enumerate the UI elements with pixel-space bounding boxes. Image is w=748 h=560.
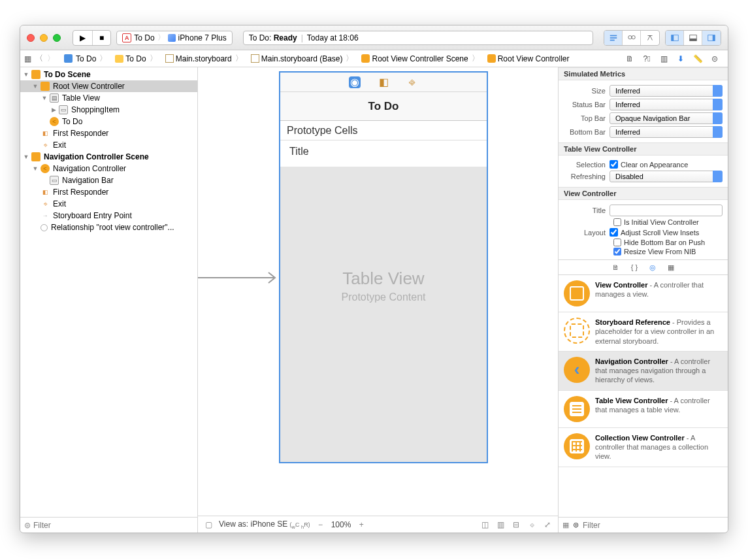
resolve-button[interactable]: ⟐ xyxy=(527,520,537,529)
library-filter-input[interactable] xyxy=(583,521,724,530)
scene-1[interactable]: ▼To Do Scene xyxy=(20,69,197,80)
xcode-window: ▶ ■ A To Do 〉 iPhone 7 Plus To Do: Ready… xyxy=(20,25,728,533)
embed-in-button[interactable]: ◫ xyxy=(480,520,490,529)
lib-storyboard-ref[interactable]: Storyboard Reference - Provides a placeh… xyxy=(559,312,728,352)
entry-point[interactable]: →Storyboard Entry Point xyxy=(20,210,197,222)
zoom-button[interactable] xyxy=(53,34,61,42)
minimize-button[interactable] xyxy=(40,34,48,42)
filter-icon[interactable]: ⊜ xyxy=(573,521,579,529)
identity-inspector-tab[interactable]: ▥ xyxy=(659,54,669,63)
initial-vc-checkbox[interactable] xyxy=(613,218,621,226)
crumb-storyboard[interactable]: Main.storyboard〉 xyxy=(163,52,246,65)
size-inspector-tab[interactable]: 📏 xyxy=(692,54,703,63)
svg-point-4 xyxy=(632,35,635,39)
scene-2[interactable]: ▼Navigation Controller Scene xyxy=(20,151,197,163)
scene-dock: ◉ ◧ ⎆ xyxy=(280,73,487,92)
device-frame[interactable]: ◉ ◧ ⎆ To Do Prototype Cells Title Table … xyxy=(279,71,488,463)
exit-dock-icon[interactable]: ⎆ xyxy=(406,76,418,88)
clear-on-appearance-checkbox[interactable] xyxy=(610,160,618,169)
folder-icon xyxy=(115,55,123,63)
toggle-debug-button[interactable] xyxy=(684,31,702,45)
first-responder-2[interactable]: ◧First Responder xyxy=(20,186,197,198)
scheme-selector[interactable]: A To Do 〉 iPhone 7 Plus xyxy=(116,31,232,45)
file-template-tab[interactable]: 🗎 xyxy=(612,263,619,271)
connections-inspector-tab[interactable]: ⊝ xyxy=(709,54,720,63)
view-as-label[interactable]: View as: iPhone SE (wC hR) xyxy=(219,519,310,530)
quickhelp-tab[interactable]: ?⃝ xyxy=(642,54,652,63)
refreshing-select[interactable]: Disabled xyxy=(610,171,723,182)
status-time: Today at 18:06 xyxy=(307,33,359,42)
selection-label: Selection xyxy=(564,161,610,169)
device-config-icon[interactable]: ▢ xyxy=(203,520,214,529)
table-view[interactable]: ▼▤Table View xyxy=(20,92,197,104)
lib-navigation-controller[interactable]: Navigation Controller - A controller tha… xyxy=(559,352,728,391)
topbar-select[interactable]: Opaque Navigation Bar xyxy=(610,112,723,124)
toggle-navigator-button[interactable] xyxy=(666,31,684,45)
activity-view: To Do: Ready | Today at 18:06 xyxy=(243,31,593,45)
adjust-insets-checkbox[interactable] xyxy=(610,228,618,237)
toggle-utilities-button[interactable] xyxy=(702,31,721,45)
back-button[interactable]: 〈 xyxy=(35,53,43,64)
pin-button[interactable]: ⊟ xyxy=(511,520,521,529)
nav-item[interactable]: <To Do xyxy=(20,116,197,127)
forward-button[interactable]: 〉 xyxy=(47,53,55,64)
lib-table-view-controller[interactable]: Table View Controller - A controller tha… xyxy=(559,391,728,428)
cell-title[interactable]: Title xyxy=(280,140,487,167)
zoom-in-button[interactable]: + xyxy=(356,520,366,529)
root-view-controller[interactable]: ▼Root View Controller xyxy=(20,80,197,92)
tvc-header: Table View Controller xyxy=(559,142,728,156)
media-library-tab[interactable]: ▦ xyxy=(668,263,674,272)
crumb-base[interactable]: Main.storyboard (Base)〉 xyxy=(248,52,357,65)
resize-button[interactable]: ⤢ xyxy=(542,520,553,529)
crumb-project[interactable]: To Do〉 xyxy=(61,52,110,65)
align-button[interactable]: ▥ xyxy=(495,520,506,529)
responder-dock-icon[interactable]: ◧ xyxy=(378,76,389,88)
relationship[interactable]: Relationship "root view controller"... xyxy=(20,222,197,233)
attributes-inspector-tab[interactable]: ⬇ xyxy=(675,54,686,63)
size-label: Size xyxy=(564,87,610,95)
controller-icon xyxy=(487,54,496,63)
vc-header: View Controller xyxy=(559,187,728,200)
crumb-group[interactable]: To Do〉 xyxy=(112,52,159,65)
object-library-tab[interactable]: ◎ xyxy=(649,263,656,272)
svg-rect-6 xyxy=(671,35,674,41)
first-responder-1[interactable]: ◧First Responder xyxy=(20,127,197,139)
cell-shoppingitem[interactable]: ▶▭ShoppingItem xyxy=(20,104,197,116)
storyboard-canvas[interactable]: ◉ ◧ ⎆ To Do Prototype Cells Title Table … xyxy=(198,67,558,516)
hide-bottombar-checkbox[interactable] xyxy=(613,239,621,246)
close-button[interactable] xyxy=(27,34,35,42)
title-input[interactable] xyxy=(610,205,723,216)
filter-icon[interactable]: ⊜ xyxy=(24,521,31,530)
file-inspector-tab[interactable]: 🗎 xyxy=(625,54,635,63)
assistant-editor-button[interactable] xyxy=(623,31,641,45)
outline-filter-input[interactable] xyxy=(33,521,193,530)
code-snippet-tab[interactable]: { } xyxy=(631,263,638,271)
zoom-out-button[interactable]: − xyxy=(316,520,326,529)
layout-label: Layout xyxy=(564,229,610,237)
crumb-controller[interactable]: Root View Controller xyxy=(485,53,572,65)
exit-1[interactable]: ⎆Exit xyxy=(20,139,197,151)
lib-collection-view-controller[interactable]: Collection View Controller - A controlle… xyxy=(559,428,728,467)
vc-dock-icon[interactable]: ◉ xyxy=(349,76,361,88)
exit-2[interactable]: ⎆Exit xyxy=(20,198,197,210)
run-button[interactable]: ▶ xyxy=(73,31,93,45)
stop-button[interactable]: ■ xyxy=(93,31,110,45)
resize-nib-checkbox[interactable] xyxy=(613,248,621,255)
lib-view-controller[interactable]: View Controller - A controller that mana… xyxy=(559,275,728,312)
view-mode-icon[interactable]: ▦ xyxy=(562,521,569,529)
inspector-panel: Simulated Metrics SizeInferred Status Ba… xyxy=(558,67,728,533)
project-icon xyxy=(64,54,73,63)
storyboard-base-icon xyxy=(251,54,259,63)
jump-bar: ▦ 〈 〉 To Do〉 To Do〉 Main.storyboard〉 Mai… xyxy=(20,50,728,67)
standard-editor-button[interactable] xyxy=(604,31,623,45)
related-items-icon[interactable]: ▦ xyxy=(24,54,31,63)
bottombar-select[interactable]: Inferred xyxy=(610,126,723,138)
version-editor-button[interactable] xyxy=(641,31,659,45)
statusbar-select[interactable]: Inferred xyxy=(610,99,723,110)
navigation-bar[interactable]: ▭Navigation Bar xyxy=(20,174,197,186)
crumb-scene[interactable]: Root View Controller Scene〉 xyxy=(359,52,481,65)
scheme-device: iPhone 7 Plus xyxy=(178,33,227,42)
canvas-area: ◉ ◧ ⎆ To Do Prototype Cells Title Table … xyxy=(198,67,558,533)
size-select[interactable]: Inferred xyxy=(610,85,723,97)
navigation-controller[interactable]: ▼<Navigation Controller xyxy=(20,163,197,174)
